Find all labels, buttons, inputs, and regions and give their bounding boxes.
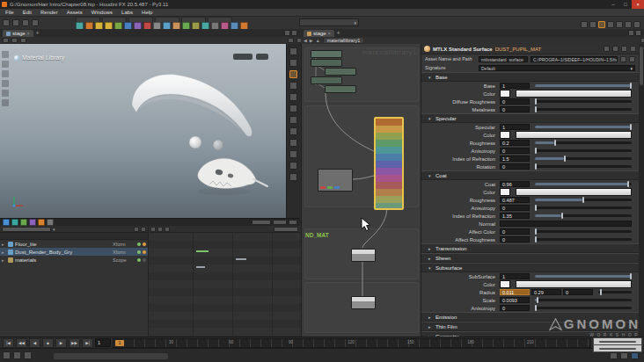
menu-assets[interactable]: Assets	[67, 10, 83, 15]
menu-file[interactable]: File	[5, 10, 14, 15]
slider[interactable]	[535, 84, 632, 87]
new-file-icon[interactable]	[3, 19, 10, 26]
collapse-all-icon[interactable]	[134, 227, 139, 232]
active-tool-icon[interactable]	[598, 21, 605, 28]
slider[interactable]	[535, 230, 632, 233]
asset-path-field[interactable]: C:/PROGRA~1/SIDEEF~1/HOUDIN~1.5/houdini/…	[531, 56, 618, 62]
menu-render[interactable]: Render	[40, 10, 58, 15]
update-mode-icon[interactable]	[610, 352, 618, 359]
value-field[interactable]: 0	[500, 106, 530, 112]
value-field[interactable]: 0.487	[500, 197, 530, 203]
snapshot-icon[interactable]	[589, 21, 596, 28]
menu-windows[interactable]: Windows	[91, 10, 113, 15]
undo-icon[interactable]	[32, 19, 39, 26]
color-swatch[interactable]	[500, 280, 510, 288]
settings-icon[interactable]	[633, 21, 640, 28]
slider[interactable]	[535, 206, 632, 209]
selected-ramp-node[interactable]	[374, 117, 404, 210]
scale-tool-icon[interactable]	[2, 90, 9, 97]
value-field[interactable]: 1.35	[500, 213, 530, 219]
value-field[interactable]: 0	[500, 228, 530, 235]
color-ramp[interactable]	[516, 90, 632, 98]
add-tab-button[interactable]: +	[36, 30, 40, 37]
color-swatch[interactable]	[500, 131, 510, 139]
visibility-dot-icon[interactable]	[137, 243, 141, 246]
slider[interactable]	[535, 183, 632, 185]
pane-menu-icon[interactable]	[635, 30, 641, 36]
points-flag-icon[interactable]	[38, 219, 45, 226]
slider[interactable]	[535, 141, 632, 144]
slider[interactable]	[535, 275, 632, 278]
asset-name-field[interactable]: mtlxstandard_surface	[479, 56, 528, 62]
pane-menu-icon[interactable]	[291, 30, 297, 36]
grid-view-icon[interactable]	[157, 227, 163, 232]
view-options-chip[interactable]	[256, 54, 268, 60]
slider[interactable]	[535, 214, 632, 217]
value-field[interactable]: 0	[500, 148, 530, 154]
first-frame-button[interactable]: |◀	[3, 338, 14, 348]
display-wire-icon[interactable]	[289, 82, 297, 90]
slider[interactable]	[535, 199, 632, 201]
value-field[interactable]: 0	[500, 236, 530, 243]
display-flag-icon[interactable]	[3, 219, 10, 226]
network-path-chip[interactable]: materiallibrary1	[323, 37, 365, 44]
handles-tool-icon[interactable]	[2, 99, 9, 106]
value-field-x[interactable]: 0.011	[500, 289, 530, 295]
materials-icon[interactable]	[625, 21, 632, 28]
takes-icon[interactable]	[13, 351, 21, 359]
translate-tool-icon[interactable]	[2, 70, 9, 77]
section-specular[interactable]: ▾ Specular	[421, 113, 639, 123]
tab-scene-view[interactable]: stage ×	[3, 30, 33, 37]
section-transmission[interactable]: ▸ Transmission	[421, 243, 639, 253]
value-field[interactable]: 0	[500, 305, 530, 311]
next-key-button[interactable]: ▶▶	[69, 338, 80, 348]
camera-select-icon[interactable]	[288, 38, 294, 43]
vector-field[interactable]	[500, 221, 632, 227]
slider[interactable]	[535, 307, 632, 309]
slider[interactable]	[535, 149, 632, 152]
layout-quad-icon[interactable]	[289, 59, 297, 67]
filter-icon[interactable]	[165, 227, 170, 232]
message-log-icon[interactable]	[3, 351, 11, 359]
material-node[interactable]	[325, 68, 356, 76]
section-subsurface[interactable]: ▾ Subsurface	[421, 263, 639, 272]
camera-icon[interactable]	[616, 21, 623, 28]
section-base[interactable]: ▾ Base	[421, 72, 639, 82]
close-tab-icon[interactable]: ×	[328, 31, 331, 36]
template-flag-icon[interactable]	[11, 219, 18, 226]
play-button[interactable]: ▶	[55, 338, 67, 348]
value-field[interactable]: 1.5	[500, 156, 530, 162]
activation-dot-icon[interactable]	[143, 258, 146, 262]
guides-icon[interactable]	[289, 162, 297, 170]
saved-branch-dropdown[interactable]	[2, 227, 51, 232]
visibility-dot-icon[interactable]	[137, 250, 141, 254]
prev-key-button[interactable]: ◀◀	[16, 338, 27, 348]
section-coat[interactable]: ▾ Coat	[421, 170, 639, 180]
pin-icon[interactable]	[640, 38, 644, 43]
aov-field[interactable]	[273, 220, 287, 225]
normals-flag-icon[interactable]	[47, 219, 54, 226]
close-tab-icon[interactable]: ×	[27, 31, 30, 36]
back-icon[interactable]: ◀	[304, 38, 307, 43]
activation-dot-icon[interactable]	[143, 250, 146, 254]
folder-icon[interactable]	[620, 56, 626, 62]
gear-icon[interactable]	[604, 46, 610, 52]
expand-icon[interactable]: ▸	[2, 257, 6, 263]
select-mode-icon[interactable]	[3, 38, 9, 43]
search-field[interactable]	[274, 227, 298, 232]
stop-button[interactable]: ■	[42, 338, 54, 348]
status-message-field[interactable]	[53, 352, 169, 360]
scene-graph-row[interactable]: ▸ Dust_Render_Body_Gry Xform	[0, 248, 148, 256]
current-frame-marker[interactable]: 1	[115, 340, 124, 346]
add-tab-button[interactable]: +	[337, 30, 340, 37]
section-sheen[interactable]: ▸ Sheen	[421, 253, 639, 263]
value-field[interactable]: 0	[500, 98, 530, 105]
shader-node[interactable]	[318, 169, 353, 192]
menu-help[interactable]: Help	[142, 10, 152, 15]
material-node[interactable]	[325, 85, 356, 93]
grid-toggle-icon[interactable]	[289, 116, 297, 124]
color-swatch[interactable]	[500, 90, 510, 98]
tab-network-view[interactable]: stage ×	[304, 30, 334, 37]
step-back-button[interactable]: ◀	[29, 338, 40, 348]
maximize-button[interactable]: □	[619, 0, 632, 9]
